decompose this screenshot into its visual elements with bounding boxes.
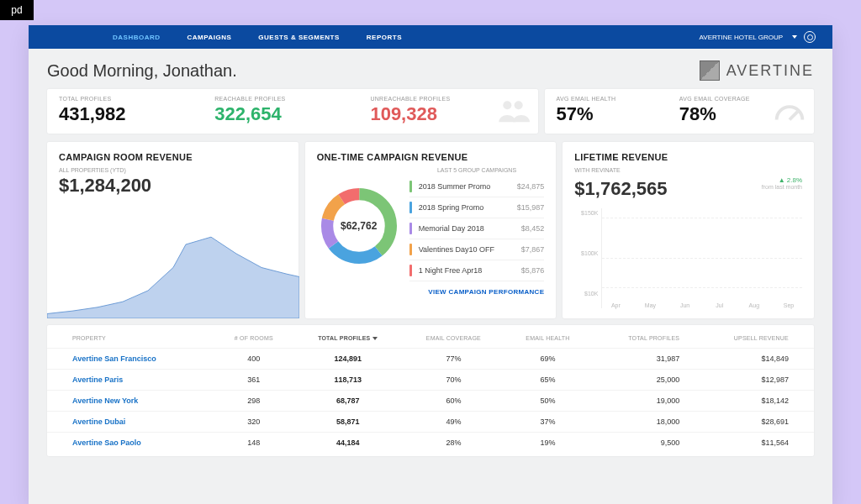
panel-title: ONE-TIME CAMPAIGN REVENUE <box>317 152 545 162</box>
one-time-campaign-panel: ONE-TIME CAMPAIGN REVENUE $62,762 LAST 5… <box>305 142 557 318</box>
legend-item: 2018 Spring Promo $15,987 <box>409 197 545 218</box>
email-kpi-card: AVG EMAIL HEALTH 57% AVG EMAIL COVERAGE … <box>545 89 814 134</box>
cell-rooms: 148 <box>214 433 293 454</box>
campaign-room-revenue-value: $1,284,200 <box>59 175 287 197</box>
panel-title: CAMPAIGN ROOM REVENUE <box>59 152 287 162</box>
col-upsell-revenue[interactable]: UPSELL REVENUE <box>688 328 814 349</box>
legend-item: Memorial Day 2018 $8,452 <box>409 218 545 239</box>
col-total-profiles-2[interactable]: TOTAL PROFILES <box>591 328 688 349</box>
col-property[interactable]: PROPERTY <box>47 328 214 349</box>
lifetime-revenue-value: $1,762,565 <box>574 178 667 200</box>
kpi-reachable-profiles: 322,654 <box>214 103 370 125</box>
gauge-icon <box>770 91 809 129</box>
property-link[interactable]: Avertine Sao Paolo <box>47 433 214 454</box>
svg-point-1 <box>514 101 522 109</box>
donut-center-value: $62,762 <box>317 184 401 268</box>
table-row: Avertine San Francisco 400 124,891 77% 6… <box>47 349 814 370</box>
col-total-profiles[interactable]: TOTAL PROFILES <box>293 328 403 349</box>
legend-item: Valentines Day10 OFF $7,867 <box>409 239 545 260</box>
app-shell: DASHBOARD CAMPAIGNS GUESTS & SEGMENTS RE… <box>29 25 832 504</box>
col-email-coverage[interactable]: EMAIL COVERAGE <box>403 328 504 349</box>
lifetime-revenue-panel: LIFETIME REVENUE WITH REVINATE $1,762,56… <box>563 142 814 318</box>
user-icon <box>804 31 816 43</box>
bar-x-label: Aug <box>749 302 759 308</box>
cell-rooms: 298 <box>214 391 293 412</box>
cell-total-profiles: 124,891 <box>293 349 403 370</box>
bar-x-label: Jun <box>680 302 689 308</box>
kpi-label: REACHABLE PROFILES <box>214 96 370 102</box>
legend-name: 2018 Spring Promo <box>419 203 517 212</box>
table-row: Avertine Paris 361 118,713 70% 65% 25,00… <box>47 370 814 391</box>
legend-name: Memorial Day 2018 <box>419 224 521 233</box>
legend-name: 1 Night Free Apr18 <box>419 266 521 275</box>
table-row: Avertine Sao Paolo 148 44,184 28% 19% 9,… <box>47 433 814 454</box>
navbar: DASHBOARD CAMPAIGNS GUESTS & SEGMENTS RE… <box>29 25 832 49</box>
cell-total-profiles-2: 18,000 <box>591 412 688 433</box>
legend-value: $5,876 <box>521 266 545 275</box>
nav-campaigns[interactable]: CAMPAIGNS <box>188 34 232 41</box>
cell-rooms: 320 <box>214 412 293 433</box>
donut-chart: $62,762 <box>317 184 401 268</box>
col-email-health[interactable]: EMAIL HEALTH <box>504 328 591 349</box>
property-brand: AVERTINE <box>700 60 814 81</box>
kpi-label: TOTAL PROFILES <box>59 96 214 102</box>
property-link[interactable]: Avertine New York <box>47 391 214 412</box>
table-row: Avertine Dubai 320 58,871 49% 37% 18,000… <box>47 412 814 433</box>
cell-total-profiles: 118,713 <box>293 370 403 391</box>
people-icon <box>496 94 530 128</box>
nav-reports[interactable]: REPORTS <box>367 34 402 41</box>
account-switcher[interactable]: AVERTINE HOTEL GROUP <box>700 31 816 43</box>
legend-value: $24,875 <box>517 182 545 191</box>
bar-x-label: Jul <box>716 302 723 308</box>
account-name: AVERTINE HOTEL GROUP <box>700 34 783 41</box>
property-link[interactable]: Avertine Paris <box>47 370 214 391</box>
legend-name: Valentines Day10 OFF <box>419 245 521 254</box>
bar-x-label: Apr <box>611 302 621 308</box>
panel-subtitle: ALL PROPERTIES (YTD) <box>59 167 287 173</box>
legend-swatch <box>409 181 412 192</box>
avertine-logo-icon <box>700 60 720 81</box>
properties-table: PROPERTY # OF ROOMS TOTAL PROFILES EMAIL… <box>47 325 814 456</box>
cell-total-profiles-2: 9,500 <box>591 433 688 454</box>
legend-swatch <box>409 244 412 255</box>
svg-line-2 <box>790 112 798 120</box>
cell-email-health: 65% <box>504 370 591 391</box>
profiles-kpi-card: TOTAL PROFILES 431,982 REACHABLE PROFILE… <box>47 89 538 134</box>
cell-email-health: 37% <box>504 412 591 433</box>
lifetime-delta: ▲ 2.8% <box>762 176 802 184</box>
bar-column: Jun <box>675 299 695 308</box>
col-rooms[interactable]: # OF ROOMS <box>214 328 293 349</box>
legend-swatch <box>409 202 412 213</box>
kpi-total-profiles: 431,982 <box>59 103 214 125</box>
cell-total-profiles-2: 25,000 <box>591 370 688 391</box>
nav-guests-segments[interactable]: GUESTS & SEGMENTS <box>258 34 340 41</box>
cell-email-coverage: 77% <box>403 349 504 370</box>
cell-email-health: 50% <box>504 391 591 412</box>
table-row: Avertine New York 298 68,787 60% 50% 19,… <box>47 391 814 412</box>
cell-total-profiles: 44,184 <box>293 433 403 454</box>
cell-upsell: $14,849 <box>688 349 814 370</box>
svg-point-0 <box>503 101 511 109</box>
cell-upsell: $18,142 <box>688 391 814 412</box>
property-link[interactable]: Avertine Dubai <box>47 412 214 433</box>
bar-x-label: Sep <box>784 302 794 308</box>
cell-rooms: 400 <box>214 349 293 370</box>
legend-swatch <box>409 265 412 276</box>
cell-rooms: 361 <box>214 370 293 391</box>
view-campaign-performance-link[interactable]: VIEW CAMPAIGN PERFORMANCE <box>317 288 545 296</box>
bar-chart: $150K$100K$10K AprMayJunJulAugSep <box>574 208 802 308</box>
area-chart <box>47 226 299 318</box>
bar-x-label: May <box>645 302 656 308</box>
campaign-room-revenue-panel: CAMPAIGN ROOM REVENUE ALL PROPERTIES (YT… <box>47 142 298 318</box>
nav-dashboard[interactable]: DASHBOARD <box>113 34 161 41</box>
kpi-label: AVG EMAIL HEALTH <box>557 96 679 102</box>
panel-title: LIFETIME REVENUE <box>574 152 802 162</box>
kpi-email-health: 57% <box>557 103 679 125</box>
bar-column: Apr <box>605 299 626 308</box>
legend-value: $7,867 <box>521 245 545 254</box>
property-link[interactable]: Avertine San Francisco <box>47 349 214 370</box>
cell-email-health: 19% <box>504 433 591 454</box>
cell-email-coverage: 60% <box>403 391 504 412</box>
legend-title: LAST 5 GROUP CAMPAIGNS <box>409 167 545 173</box>
bar-column: May <box>640 299 660 308</box>
